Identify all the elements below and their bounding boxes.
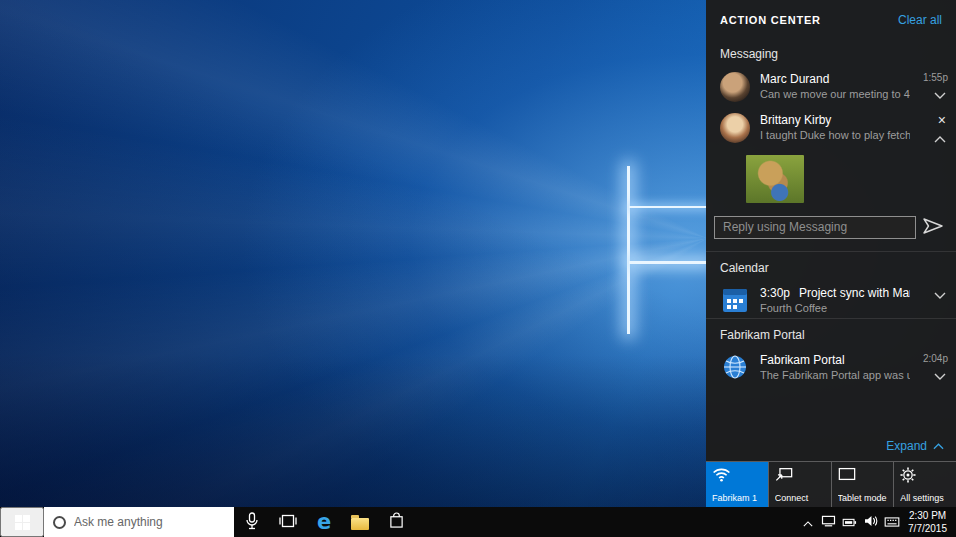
settings-gear-icon bbox=[900, 467, 950, 486]
microphone-icon bbox=[246, 512, 258, 533]
tablet-mode-icon bbox=[838, 467, 888, 484]
quick-action-label: All settings bbox=[900, 493, 950, 503]
notification-title: Brittany Kirby bbox=[760, 113, 910, 127]
chevron-up-icon bbox=[934, 131, 946, 146]
section-label-calendar: Calendar bbox=[706, 252, 956, 280]
network-tray-button[interactable] bbox=[818, 507, 839, 537]
quick-action-fabrikam-1[interactable]: Fabrikam 1 bbox=[706, 462, 768, 507]
cortana-icon bbox=[53, 516, 66, 529]
screen: ACTION CENTER Clear all Messaging Marc D… bbox=[0, 0, 956, 537]
store-bag-icon bbox=[389, 512, 404, 532]
wifi-icon bbox=[712, 467, 762, 485]
calendar-icon bbox=[722, 287, 748, 313]
expand-notification-button[interactable] bbox=[932, 286, 948, 303]
wallpaper-light-edge-horizontal-1 bbox=[629, 206, 708, 208]
section-calendar: Calendar 3:30pProject sync with Marc Fou… bbox=[706, 251, 956, 318]
task-view-button[interactable] bbox=[270, 507, 306, 537]
show-hidden-icons-button[interactable] bbox=[797, 507, 818, 537]
reply-input[interactable] bbox=[714, 216, 916, 239]
clock-time: 2:30 PM bbox=[908, 509, 947, 522]
notification-body: The Fabrikam Portal app was updated bbox=[760, 369, 910, 381]
taskbar: e bbox=[0, 507, 956, 537]
folder-icon bbox=[351, 518, 369, 530]
section-label-messaging: Messaging bbox=[706, 38, 956, 66]
notification-body: I taught Duke how to play fetch yesterda… bbox=[760, 129, 910, 141]
volume-tray-button[interactable] bbox=[860, 507, 881, 537]
notification-title: Marc Durand bbox=[760, 72, 910, 86]
avatar bbox=[720, 72, 750, 102]
send-button[interactable] bbox=[916, 215, 950, 239]
battery-tray-button[interactable] bbox=[839, 507, 860, 537]
expand-label: Expand bbox=[886, 439, 927, 453]
notification-time: 1:55p bbox=[923, 72, 948, 83]
clear-all-link[interactable]: Clear all bbox=[898, 13, 942, 27]
reply-row bbox=[706, 209, 956, 251]
action-center-title: ACTION CENTER bbox=[720, 14, 821, 26]
microphone-button[interactable] bbox=[234, 507, 270, 537]
quick-action-label: Tablet mode bbox=[838, 493, 888, 503]
wallpaper-light-edge-vertical bbox=[627, 166, 630, 334]
action-center-header: ACTION CENTER Clear all bbox=[706, 0, 956, 38]
collapse-notification-button[interactable] bbox=[932, 130, 948, 147]
speaker-icon bbox=[864, 515, 878, 530]
start-button[interactable] bbox=[0, 507, 44, 537]
system-tray: 2:30 PM 7/7/2015 bbox=[797, 507, 956, 537]
notification-brittany-kirby[interactable]: Brittany Kirby I taught Duke how to play… bbox=[706, 107, 956, 151]
close-icon: × bbox=[938, 114, 946, 126]
windows-logo-icon bbox=[15, 515, 30, 530]
quick-actions-row: Fabrikam 1 Connect Tablet mode bbox=[706, 461, 956, 507]
network-icon bbox=[821, 515, 836, 530]
quick-action-all-settings[interactable]: All settings bbox=[893, 462, 956, 507]
chevron-down-icon bbox=[934, 287, 946, 302]
chevron-down-icon bbox=[934, 87, 946, 102]
search-input[interactable] bbox=[74, 515, 225, 529]
notification-photo-dog bbox=[746, 155, 804, 203]
quick-action-tablet-mode[interactable]: Tablet mode bbox=[831, 462, 894, 507]
chevron-up-icon bbox=[933, 439, 944, 453]
cortana-search-box[interactable] bbox=[44, 507, 234, 537]
notification-marc-durand[interactable]: Marc Durand Can we move our meeting to 4… bbox=[706, 66, 956, 107]
edge-browser-button[interactable]: e bbox=[306, 507, 342, 537]
action-center-panel: ACTION CENTER Clear all Messaging Marc D… bbox=[706, 0, 956, 507]
section-label-fabrikam: Fabrikam Portal bbox=[706, 319, 956, 347]
file-explorer-button[interactable] bbox=[342, 507, 378, 537]
clock-date: 7/7/2015 bbox=[908, 522, 947, 535]
expand-quick-actions-link[interactable]: Expand bbox=[706, 433, 956, 461]
event-title: Project sync with Marc bbox=[799, 286, 910, 300]
connect-icon bbox=[775, 467, 825, 485]
battery-icon bbox=[842, 515, 857, 530]
chevron-up-icon bbox=[803, 515, 813, 530]
wallpaper-light-edge-horizontal-2 bbox=[629, 261, 708, 264]
avatar bbox=[720, 113, 750, 143]
chevron-down-icon bbox=[934, 368, 946, 383]
dismiss-notification-button[interactable]: × bbox=[936, 113, 948, 127]
globe-icon bbox=[722, 354, 748, 380]
edge-icon: e bbox=[317, 512, 331, 533]
notification-time: 2:04p bbox=[923, 353, 948, 364]
event-location: Fourth Coffee bbox=[760, 302, 910, 314]
notification-body: Can we move our meeting to 4pm? bbox=[760, 88, 910, 100]
event-time: 3:30p bbox=[760, 286, 790, 300]
section-messaging: Messaging Marc Durand Can we move our me… bbox=[706, 38, 956, 251]
quick-action-label: Connect bbox=[775, 493, 825, 503]
section-fabrikam-portal: Fabrikam Portal Fabrikam Portal The Fabr bbox=[706, 318, 956, 388]
notification-title: Fabrikam Portal bbox=[760, 353, 910, 367]
windows-store-button[interactable] bbox=[378, 507, 414, 537]
keyboard-icon bbox=[884, 515, 900, 530]
notification-calendar-event[interactable]: 3:30pProject sync with Marc Fourth Coffe… bbox=[706, 280, 956, 318]
quick-action-connect[interactable]: Connect bbox=[768, 462, 831, 507]
expand-notification-button[interactable] bbox=[932, 86, 948, 103]
task-view-icon bbox=[278, 513, 298, 532]
touch-keyboard-tray-button[interactable] bbox=[881, 507, 902, 537]
quick-action-label: Fabrikam 1 bbox=[712, 493, 762, 503]
notification-fabrikam-portal[interactable]: Fabrikam Portal The Fabrikam Portal app … bbox=[706, 347, 956, 388]
send-icon bbox=[922, 217, 944, 238]
clock[interactable]: 2:30 PM 7/7/2015 bbox=[902, 509, 956, 535]
expand-notification-button[interactable] bbox=[932, 367, 948, 384]
